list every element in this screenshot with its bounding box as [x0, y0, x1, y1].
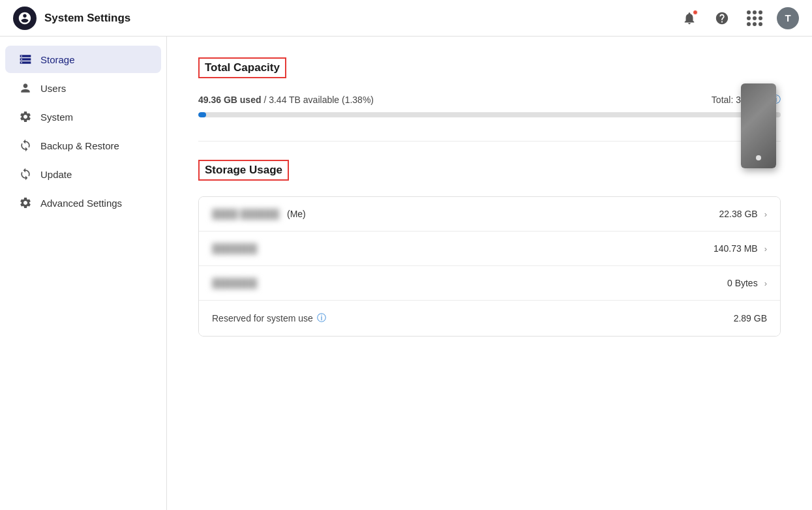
notification-dot — [693, 10, 698, 15]
system-icon — [18, 110, 33, 124]
capacity-used-text: 49.36 GB used / 3.44 TB available (1.38%… — [198, 95, 374, 105]
usage-user2-right: 140.73 MB › — [714, 243, 767, 254]
storage-usage-title: Storage Usage — [198, 160, 289, 181]
main-layout: Storage Users System — [0, 37, 812, 510]
usage-item-user2-left: ███████ — [212, 243, 257, 254]
usage-item-user3-left: ███████ — [212, 278, 257, 288]
usage-user2-chevron: › — [764, 244, 767, 254]
sidebar-label-storage: Storage — [40, 54, 75, 65]
usage-me-chevron: › — [764, 209, 767, 219]
total-capacity-section: Total Capacity 49.36 GB used / 3.44 TB a… — [198, 57, 781, 117]
sidebar-item-advanced[interactable]: Advanced Settings — [5, 189, 161, 217]
usage-reserved-size: 2.89 GB — [734, 313, 767, 323]
header-right: T — [679, 7, 799, 29]
reserved-text: Reserved for system use — [212, 313, 313, 323]
capacity-progress-track — [198, 112, 781, 117]
usage-me-size: 22.38 GB — [719, 209, 758, 219]
nas-device-image — [736, 83, 781, 175]
sidebar: Storage Users System — [0, 37, 167, 510]
update-icon — [18, 167, 33, 181]
sidebar-item-system[interactable]: System — [5, 103, 161, 130]
section-divider — [198, 141, 781, 142]
sidebar-item-users[interactable]: Users — [5, 74, 161, 102]
users-icon — [18, 81, 33, 95]
sidebar-label-system: System — [40, 112, 73, 123]
sidebar-label-advanced: Advanced Settings — [40, 198, 122, 209]
usage-name-user3: ███████ — [212, 278, 257, 288]
content-area: Total Capacity 49.36 GB used / 3.44 TB a… — [167, 37, 812, 510]
total-capacity-title: Total Capacity — [198, 57, 286, 78]
header-left: System Settings — [13, 7, 130, 30]
usage-item-me[interactable]: ████ ██████ (Me) 22.38 GB › — [199, 197, 780, 232]
header: System Settings T — [0, 0, 812, 37]
usage-item-user2[interactable]: ███████ 140.73 MB › — [199, 232, 780, 266]
sidebar-label-users: Users — [40, 83, 66, 94]
usage-item-me-left: ████ ██████ (Me) — [212, 209, 306, 219]
advanced-icon — [18, 196, 33, 210]
usage-item-reserved-left: Reserved for system use ⓘ — [212, 312, 326, 324]
storage-icon — [18, 52, 33, 67]
storage-usage-list: ████ ██████ (Me) 22.38 GB › ███████ 140.… — [198, 196, 781, 337]
usage-user3-right: 0 Bytes › — [727, 278, 767, 288]
nas-led — [756, 155, 761, 160]
sidebar-item-update[interactable]: Update — [5, 160, 161, 188]
reserved-info-icon[interactable]: ⓘ — [317, 312, 326, 324]
sidebar-label-backup: Backup & Restore — [40, 140, 119, 151]
notification-icon[interactable] — [679, 8, 700, 29]
apps-icon[interactable] — [744, 8, 765, 29]
capacity-available-text: / 3.44 TB available (1.38%) — [263, 95, 374, 105]
capacity-progress-fill — [198, 112, 206, 117]
capacity-used-gb: 49.36 GB used — [198, 95, 262, 105]
sidebar-label-update: Update — [40, 169, 72, 180]
usage-name-user2: ███████ — [212, 243, 257, 254]
app-logo — [13, 7, 37, 30]
usage-reserved-right: 2.89 GB — [734, 313, 767, 323]
sidebar-item-storage[interactable]: Storage — [5, 46, 161, 73]
app-title: System Settings — [44, 12, 130, 25]
sidebar-item-backup[interactable]: Backup & Restore — [5, 132, 161, 159]
usage-item-user3[interactable]: ███████ 0 Bytes › — [199, 266, 780, 301]
storage-usage-section: Storage Usage ████ ██████ (Me) 22.38 GB … — [198, 160, 781, 337]
usage-user3-chevron: › — [764, 278, 767, 288]
usage-user3-size: 0 Bytes — [727, 278, 758, 288]
usage-name-me: ████ ██████ — [212, 209, 279, 219]
help-icon[interactable] — [712, 8, 732, 29]
usage-reserved-label: Reserved for system use ⓘ — [212, 312, 326, 324]
usage-me-label: (Me) — [284, 209, 306, 219]
backup-icon — [18, 138, 33, 153]
usage-user2-size: 140.73 MB — [714, 243, 758, 254]
usage-me-right: 22.38 GB › — [719, 209, 768, 219]
capacity-row: 49.36 GB used / 3.44 TB available (1.38%… — [198, 94, 781, 106]
usage-item-reserved: Reserved for system use ⓘ 2.89 GB — [199, 301, 780, 336]
user-avatar[interactable]: T — [777, 7, 799, 29]
